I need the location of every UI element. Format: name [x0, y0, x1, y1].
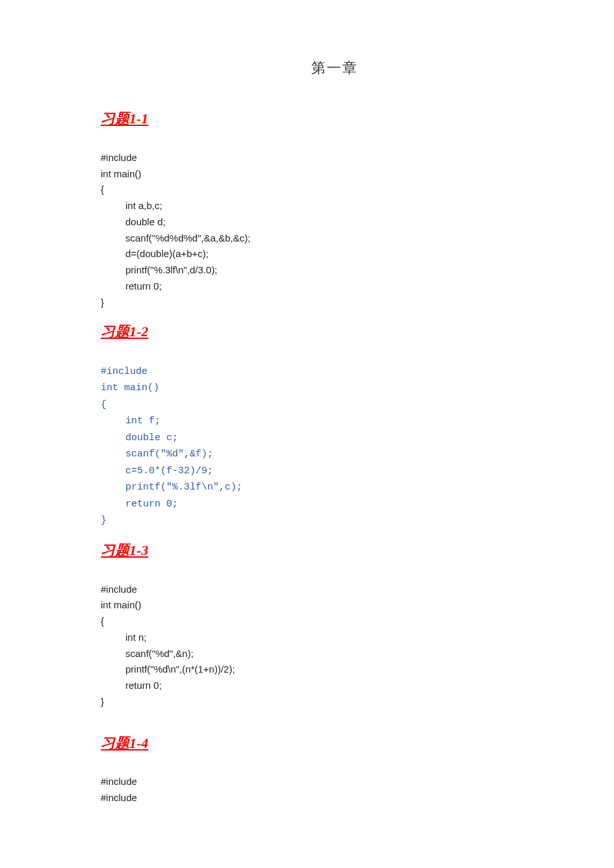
code-block-1-3: #include int main() { int n; scanf("%d",… — [101, 565, 569, 710]
code-line: int f; — [101, 413, 160, 430]
code-block-1-2: #include int main() { int f; double c; s… — [101, 347, 569, 529]
code-line: printf("%.3lf\n",d/3.0); — [101, 262, 218, 279]
code-block-1-1: #include int main() { int a,b,c; double … — [101, 134, 569, 310]
code-line: #include — [101, 792, 137, 803]
code-line: #include — [101, 366, 147, 377]
code-line: { — [101, 615, 104, 626]
code-line: printf("%.3lf\n",c); — [101, 479, 242, 496]
code-line: c=5.0*(f-32)/9; — [101, 463, 213, 480]
code-line: #include — [101, 776, 137, 787]
code-line: } — [101, 297, 104, 308]
code-line: { — [101, 399, 107, 410]
chapter-title: 第一章 — [101, 58, 569, 78]
code-line: return 0; — [101, 496, 178, 513]
code-line: } — [101, 515, 107, 526]
code-line: #include — [101, 152, 137, 163]
code-line: printf("%d\n",(n*(1+n))/2); — [101, 662, 235, 678]
code-line: d=(double)(a+b+c); — [101, 246, 209, 262]
code-line: scanf("%d",&n); — [101, 646, 194, 662]
code-line: int main() — [101, 382, 159, 393]
exercise-heading-1-1: 习题1-1 — [101, 109, 148, 129]
exercise-heading-1-2: 习题1-2 — [101, 322, 148, 341]
code-line: } — [101, 696, 104, 707]
code-line: scanf("%d",&f); — [101, 446, 213, 463]
code-line: return 0; — [101, 678, 162, 694]
code-line: int a,b,c; — [101, 198, 162, 214]
code-line: scanf("%d%d%d",&a,&b,&c); — [101, 230, 250, 247]
exercise-heading-1-3: 习题1-3 — [101, 541, 148, 560]
exercise-heading-1-4: 习题1-4 — [101, 734, 148, 753]
code-line: return 0; — [101, 279, 162, 295]
code-line: int n; — [101, 630, 147, 646]
code-block-1-4: #include #include — [101, 758, 569, 806]
document-page: 第一章 习题1-1 #include int main() { int a,b,… — [0, 0, 614, 832]
code-line: double c; — [101, 430, 178, 447]
code-line: int main() — [101, 168, 142, 179]
code-line: #include — [101, 584, 137, 595]
code-line: int main() — [101, 599, 142, 610]
code-line: { — [101, 184, 104, 195]
code-line: double d; — [101, 214, 166, 230]
